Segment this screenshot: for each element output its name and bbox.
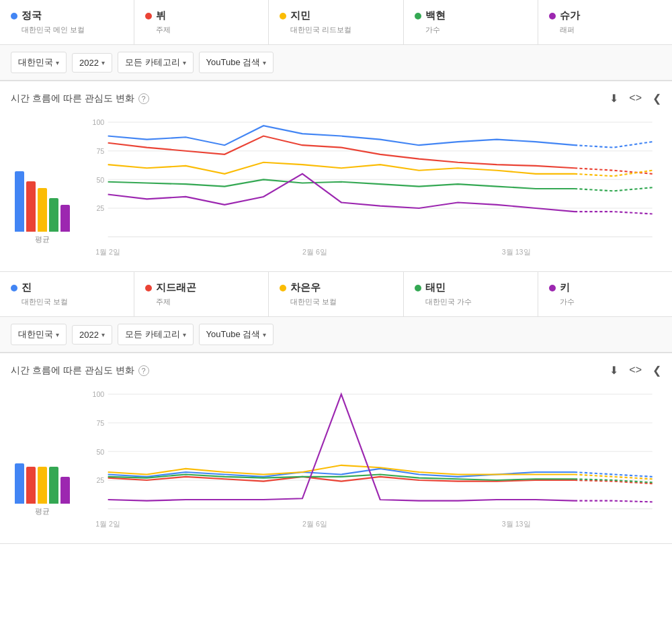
chevron-down-icon: ▾: [101, 331, 105, 338]
svg-text:25: 25: [96, 204, 104, 212]
svg-text:25: 25: [96, 476, 104, 484]
legend-name: 지드래곤: [145, 281, 257, 294]
filter-country[interactable]: 대한민국▾: [11, 52, 67, 73]
legend-name-text: 진: [22, 281, 32, 294]
download-icon-1[interactable]: ⬇: [610, 92, 618, 105]
bar: [15, 463, 24, 504]
svg-text:50: 50: [96, 176, 104, 184]
legend-name-text: 정국: [22, 9, 42, 22]
legend-dot: [549, 285, 556, 291]
chevron-down-icon: ▾: [56, 331, 59, 338]
chevron-down-icon: ▾: [183, 59, 186, 66]
legend-item: 차은우 대한민국 보컬: [269, 272, 403, 316]
bar: [15, 171, 24, 232]
legend-name: 백현: [415, 9, 527, 22]
chart-title-row-1: 시간 흐름에 따른 관심도 변화 ? ⬇ <> ❮: [0, 89, 672, 113]
filter-type[interactable]: YouTube 검색▾: [199, 52, 274, 73]
svg-text:2월 6일: 2월 6일: [302, 520, 327, 528]
legend-sub: 래퍼: [549, 25, 661, 35]
filter-category[interactable]: 모든 카테고리▾: [118, 324, 194, 345]
bar: [26, 181, 36, 232]
legend-dot: [11, 13, 17, 19]
chart-title-row-2: 시간 흐름에 따른 관심도 변화 ? ⬇ <> ❮: [0, 361, 672, 385]
filter-label: 대한민국: [18, 56, 53, 68]
chart-title-text-2: 시간 흐름에 따른 관심도 변화: [11, 365, 134, 377]
embed-icon-1[interactable]: <>: [629, 92, 642, 105]
legend-sub: 대한민국 보컬: [11, 297, 123, 307]
chart-right-1: 2550751001월 2일2월 6일3월 13일: [79, 113, 667, 261]
legend-sub: 대한민국 가수: [415, 297, 527, 307]
chart-title-text-1: 시간 흐름에 따른 관심도 변화: [11, 93, 134, 105]
share-icon-1[interactable]: ❮: [653, 92, 661, 105]
legend-dot: [11, 285, 17, 291]
legend-item: 정국 대한민국 메인 보컬: [0, 0, 134, 44]
legend-sub: 대한민국 리드보컬: [280, 25, 392, 35]
help-icon-1[interactable]: ?: [138, 93, 149, 104]
svg-text:100: 100: [93, 390, 105, 398]
chart-container-2: 평균 2550751001월 2일2월 6일3월 13일: [0, 385, 672, 533]
legend-dot: [280, 285, 286, 291]
help-icon-2[interactable]: ?: [138, 365, 149, 376]
filter-label: 모든 카테고리: [125, 328, 180, 340]
legend-dot: [145, 13, 152, 19]
legend-item: 태민 대한민국 가수: [404, 272, 538, 316]
legend-name-text: 키: [560, 281, 570, 294]
download-icon-2[interactable]: ⬇: [610, 364, 618, 377]
legend-name: 진: [11, 281, 123, 294]
legend-dot: [145, 285, 152, 291]
legend-sub: 가수: [549, 297, 661, 307]
legend-item: 키 가수: [538, 272, 672, 316]
legend-item: 슈가 래퍼: [538, 0, 672, 44]
svg-text:75: 75: [96, 147, 104, 155]
legend-name: 슈가: [549, 9, 661, 22]
bar-chart-2: [15, 437, 70, 504]
filter-label: 2022: [79, 330, 99, 340]
legend-dot: [415, 13, 421, 19]
legend-sub: 대한민국 메인 보컬: [11, 25, 123, 35]
legend-sub: 주제: [145, 25, 257, 35]
legend-name: 태민: [415, 281, 527, 294]
chevron-down-icon: ▾: [56, 59, 59, 66]
filter-category[interactable]: 모든 카테고리▾: [118, 52, 194, 73]
filter-type[interactable]: YouTube 검색▾: [199, 324, 274, 345]
legend-name-text: 차은우: [290, 281, 321, 294]
filter-year[interactable]: 2022▾: [72, 53, 112, 73]
svg-text:50: 50: [96, 448, 104, 456]
legend-name-text: 지드래곤: [156, 281, 196, 294]
chart-left-2: 평균: [5, 385, 79, 533]
bar: [26, 467, 36, 504]
bar: [60, 205, 70, 232]
legend-name: 키: [549, 281, 661, 294]
chart-icons-2: ⬇ <> ❮: [610, 364, 661, 377]
filter-year[interactable]: 2022▾: [72, 325, 112, 345]
bar: [49, 198, 58, 232]
bar: [38, 188, 47, 232]
bar: [49, 467, 58, 504]
svg-text:3월 13일: 3월 13일: [502, 248, 531, 256]
legend-sub: 주제: [145, 297, 257, 307]
legend-sub: 가수: [415, 25, 527, 35]
legend-item: 지드래곤 주제: [134, 272, 269, 316]
bar: [60, 477, 70, 504]
chart-title-1: 시간 흐름에 따른 관심도 변화 ?: [11, 93, 149, 105]
filter-label: 모든 카테고리: [125, 56, 180, 68]
chart-icons-1: ⬇ <> ❮: [610, 92, 661, 105]
chevron-down-icon: ▾: [263, 331, 266, 338]
legend-dot: [549, 13, 556, 19]
svg-text:75: 75: [96, 419, 104, 427]
legend-name-text: 뷔: [156, 9, 166, 22]
bar: [38, 467, 47, 504]
svg-text:1월 2일: 1월 2일: [95, 248, 120, 256]
legend-item: 뷔 주제: [134, 0, 269, 44]
chevron-down-icon: ▾: [101, 59, 105, 66]
legend-sub: 대한민국 보컬: [280, 297, 392, 307]
chevron-down-icon: ▾: [183, 331, 186, 338]
filter-country[interactable]: 대한민국▾: [11, 324, 67, 345]
embed-icon-2[interactable]: <>: [629, 364, 642, 377]
share-icon-2[interactable]: ❮: [653, 364, 661, 377]
legends-row-2: 진 대한민국 보컬 지드래곤 주제 차은우 대한민국 보컬 태민 대한민국 가수: [0, 272, 672, 317]
legend-name: 차은우: [280, 281, 392, 294]
chart-section-1: 시간 흐름에 따른 관심도 변화 ? ⬇ <> ❮ 평균 2550751001월…: [0, 81, 672, 272]
legend-name-text: 슈가: [560, 9, 580, 22]
legend-name: 지민: [280, 9, 392, 22]
